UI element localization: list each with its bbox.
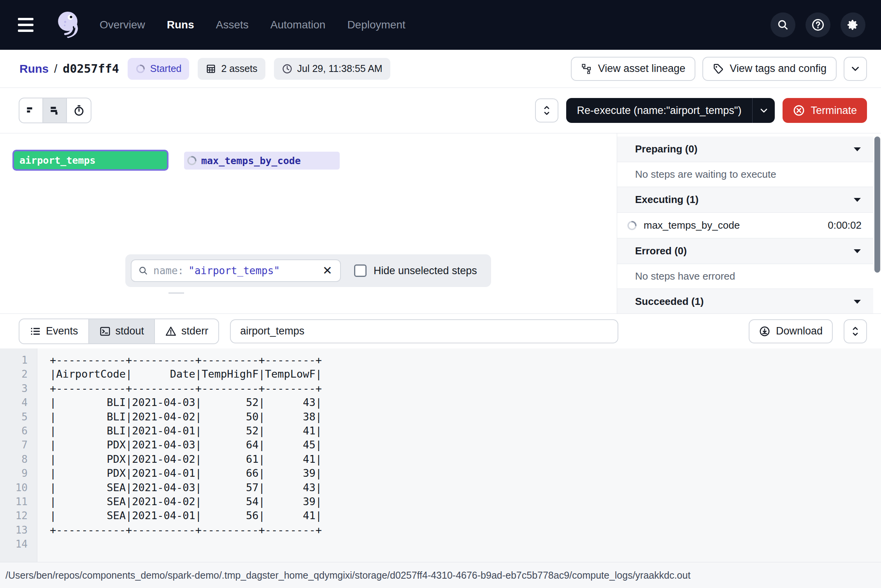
gear-icon — [846, 18, 860, 32]
help-button[interactable] — [806, 12, 830, 37]
more-run-actions-button[interactable] — [844, 57, 867, 81]
top-nav: Overview Runs Assets Automation Deployme… — [0, 0, 881, 50]
reexecute-split-button: Re-execute (name:"airport_temps") — [566, 98, 775, 123]
log-line-number: 9 — [0, 466, 37, 480]
log-line-text: +-----------+----------+---------+------… — [37, 523, 322, 537]
tab-stderr[interactable]: stderr — [155, 319, 218, 343]
log-line: 11| SEA|2021-04-02| 54| 39| — [0, 495, 881, 509]
spinner-icon — [135, 64, 146, 74]
log-line: 14 — [0, 537, 881, 551]
log-line: 12| SEA|2021-04-01| 56| 41| — [0, 509, 881, 523]
nav-item-assets[interactable]: Assets — [216, 19, 249, 31]
tab-events[interactable]: Events — [19, 319, 89, 343]
zoom-fit-button[interactable] — [535, 98, 558, 122]
nav-item-overview[interactable]: Overview — [100, 19, 145, 31]
step-node-label: airport_temps — [19, 155, 96, 166]
log-line-text: +-----------+----------+---------+------… — [37, 382, 322, 396]
log-line: 9| PDX|2021-04-01| 66| 39| — [0, 466, 881, 480]
view-mode-flat-button[interactable] — [19, 98, 43, 122]
tab-stderr-label: stderr — [181, 325, 208, 337]
step-name: max_temps_by_code — [644, 219, 740, 231]
lineage-icon — [581, 63, 593, 75]
section-errored-empty: No steps have errored — [617, 264, 873, 289]
section-preparing-header[interactable]: Preparing (0) — [617, 136, 873, 162]
clock-icon — [282, 63, 293, 74]
log-line-number: 12 — [0, 509, 37, 523]
log-line-number: 4 — [0, 396, 37, 410]
view-asset-lineage-label: View asset lineage — [598, 63, 686, 75]
tab-events-label: Events — [46, 325, 78, 337]
step-elapsed-time: 0:00:02 — [828, 219, 862, 231]
section-errored-header[interactable]: Errored (0) — [617, 238, 873, 264]
breadcrumb-separator: / — [54, 62, 57, 75]
settings-button[interactable] — [841, 12, 865, 37]
section-executing-header[interactable]: Executing (1) — [617, 187, 873, 213]
section-title: Errored (0) — [635, 245, 687, 257]
gantt-flat-icon — [25, 104, 37, 117]
query-prefix: name: — [153, 265, 184, 276]
query-value: "airport_temps" — [188, 265, 280, 276]
expand-log-button[interactable] — [844, 319, 867, 343]
clear-query-icon[interactable]: ✕ — [321, 263, 334, 278]
step-node-airport-temps[interactable]: airport_temps — [12, 150, 168, 171]
log-lines: 1+-----------+----------+---------+-----… — [0, 353, 881, 551]
log-line-number: 7 — [0, 438, 37, 452]
step-node-max-temps-by-code[interactable]: max_temps_by_code — [184, 152, 340, 170]
dependency-edge — [168, 292, 184, 294]
log-line-number: 6 — [0, 424, 37, 438]
tab-stdout-label: stdout — [116, 325, 144, 337]
reexecute-dropdown-button[interactable] — [752, 98, 775, 123]
download-label: Download — [776, 325, 823, 337]
log-line: 2|AirportCode| Date|TempHighF|TempLowF| — [0, 367, 881, 381]
log-line-number: 5 — [0, 410, 37, 424]
log-step-selector-value: airport_temps — [240, 325, 304, 337]
log-step-selector[interactable]: airport_temps — [230, 319, 618, 343]
terminate-label: Terminate — [811, 105, 857, 117]
reexecute-button[interactable]: Re-execute (name:"airport_temps") — [566, 105, 753, 117]
events-list-icon — [30, 326, 41, 337]
section-title: Succeeded (1) — [635, 296, 704, 308]
step-query-input[interactable]: name: "airport_temps" ✕ — [131, 259, 341, 282]
log-line: 8| PDX|2021-04-02| 61| 41| — [0, 452, 881, 466]
view-mode-timer-button[interactable] — [67, 98, 91, 122]
spinner-icon — [627, 220, 637, 231]
panel-scrollbar[interactable] — [874, 136, 880, 273]
run-header-row: Runs / d0257ff4 Started 2 assets Jul 29,… — [0, 50, 881, 88]
help-icon — [811, 18, 825, 32]
log-line-text: |AirportCode| Date|TempHighF|TempLowF| — [37, 367, 322, 381]
nav-item-deployment[interactable]: Deployment — [347, 19, 405, 31]
log-line-number: 1 — [0, 353, 37, 367]
log-line-text: | BLI|2021-04-01| 52| 41| — [37, 424, 322, 438]
assets-count-badge[interactable]: 2 assets — [198, 58, 265, 80]
download-log-button[interactable]: Download — [749, 319, 833, 343]
executing-step-row[interactable]: max_temps_by_code 0:00:02 — [617, 213, 873, 238]
nav-links: Overview Runs Assets Automation Deployme… — [100, 19, 405, 31]
terminate-button[interactable]: Terminate — [783, 98, 867, 123]
breadcrumb-runs-link[interactable]: Runs — [19, 62, 49, 75]
section-preparing-empty: No steps are waiting to execute — [617, 162, 873, 187]
log-line-text: | SEA|2021-04-01| 56| 41| — [37, 509, 322, 523]
hamburger-menu-icon[interactable] — [18, 12, 43, 37]
view-mode-waterfall-button[interactable] — [43, 98, 67, 122]
download-icon — [759, 326, 770, 337]
section-title: Executing (1) — [635, 194, 698, 206]
search-button[interactable] — [770, 12, 795, 37]
log-file-path: /Users/ben/repos/components_demo/spark-d… — [5, 570, 690, 581]
log-line: 6| BLI|2021-04-01| 52| 41| — [0, 424, 881, 438]
section-succeeded-header[interactable]: Succeeded (1) — [617, 289, 873, 313]
log-output-area[interactable]: 1+-----------+----------+---------+-----… — [0, 348, 881, 562]
run-status-badge[interactable]: Started — [128, 58, 190, 80]
log-line-number: 8 — [0, 452, 37, 466]
log-line: 3+-----------+----------+---------+-----… — [0, 382, 881, 396]
expand-vertical-icon — [541, 105, 553, 116]
log-line-text: | BLI|2021-04-02| 50| 38| — [37, 410, 322, 424]
caret-down-icon — [853, 299, 862, 304]
nav-item-automation[interactable]: Automation — [270, 19, 326, 31]
nav-item-runs[interactable]: Runs — [167, 19, 194, 31]
view-asset-lineage-button[interactable]: View asset lineage — [571, 57, 696, 81]
tab-stdout[interactable]: stdout — [89, 319, 155, 343]
view-tags-config-button[interactable]: View tags and config — [702, 57, 837, 81]
hide-unselected-checkbox[interactable] — [354, 264, 367, 277]
timestamp-badge: Jul 29, 11:38:55 AM — [274, 58, 390, 80]
log-line-text: | SEA|2021-04-02| 54| 39| — [37, 495, 322, 509]
